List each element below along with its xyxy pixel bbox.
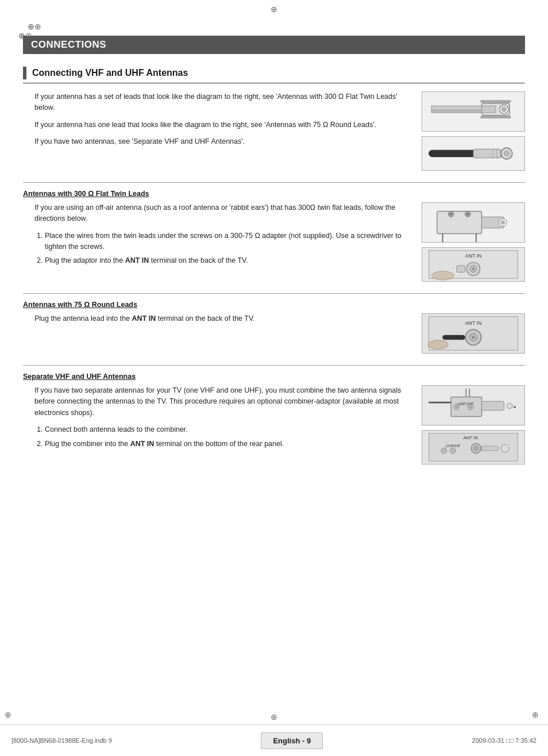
footer: [8000-NA]BN68-01988E-Eng.indb 9 English … xyxy=(0,724,548,756)
ant-in-bold-3: ANT IN xyxy=(130,440,155,448)
flat-twin-diagrams: ANT IN xyxy=(422,202,525,282)
flat-twin-body: If you are using an off-air antenna (suc… xyxy=(34,202,410,225)
svg-point-57 xyxy=(474,446,478,451)
intro-section: If your antenna has a set of leads that … xyxy=(23,91,525,171)
flat-twin-heading: Antennas with 300 Ω Flat Twin Leads xyxy=(23,190,525,198)
separate-steps: Connect both antenna leads to the combin… xyxy=(45,424,410,450)
flat-twin-step-1: Place the wires from the twin leads unde… xyxy=(45,231,410,252)
svg-point-52 xyxy=(507,403,512,409)
ant-in-bold-1: ANT IN xyxy=(125,256,149,264)
svg-point-63 xyxy=(501,444,509,452)
svg-text:◄: ◄ xyxy=(512,405,516,409)
diagram-flat-twin-intro xyxy=(422,91,525,132)
svg-point-33 xyxy=(432,271,454,280)
separator-3 xyxy=(23,365,525,366)
separate-section: Separate VHF and UHF Antennas If you hav… xyxy=(23,373,525,465)
flat-twin-content: If you are using an off-air antenna (suc… xyxy=(23,202,525,282)
ant-in-bold-2: ANT IN xyxy=(132,314,156,323)
sub-section-heading: Connecting VHF and UHF Antennas xyxy=(23,67,525,83)
svg-rect-6 xyxy=(481,101,511,103)
svg-point-26 xyxy=(501,221,505,224)
flat-twin-step-2: Plug the adaptor into the ANT IN termina… xyxy=(45,255,410,266)
svg-point-44 xyxy=(456,406,458,408)
svg-rect-62 xyxy=(482,446,499,451)
separate-step-2: Plug the combiner into the ANT IN termin… xyxy=(45,439,410,450)
diagram-ant-in-1: ANT IN xyxy=(422,247,525,282)
svg-rect-39 xyxy=(443,335,465,340)
corner-mark-bl: ⊕ xyxy=(5,710,16,722)
footer-left: [8000-NA]BN68-01988E-Eng.indb 9 xyxy=(11,737,112,744)
corner-mark-tl: ⊕ xyxy=(28,22,37,31)
svg-text:ANT IN: ANT IN xyxy=(465,320,481,326)
separate-content: If you have two separate antennas for yo… xyxy=(23,385,525,465)
separator-2 xyxy=(23,293,525,294)
svg-point-59 xyxy=(441,448,447,454)
separate-diagrams: UHF VHF xyxy=(422,385,525,465)
svg-point-40 xyxy=(428,340,448,350)
round-diagrams: ANT IN xyxy=(422,313,525,354)
svg-point-31 xyxy=(472,268,474,270)
round-heading: Antennas with 75 Ω Round Leads xyxy=(23,301,525,309)
separate-heading: Separate VHF and UHF Antennas xyxy=(23,373,525,381)
page-container: ⊕ ⊕ ⊕ CONNECTIONS Connecting VHF and UHF… xyxy=(0,0,548,756)
top-center-mark: ⊕ xyxy=(271,5,277,14)
footer-center: English - 9 xyxy=(261,732,323,749)
intro-text-col: If your antenna has a set of leads that … xyxy=(23,91,410,171)
bottom-center-mark: ⊕ xyxy=(271,712,277,722)
round-content: Plug the antenna lead into the ANT IN te… xyxy=(23,313,525,354)
svg-point-38 xyxy=(472,336,475,339)
diagram-combiner: UHF VHF xyxy=(422,385,525,425)
diagram-ant-in-2: ANT IN xyxy=(422,313,525,354)
svg-point-47 xyxy=(469,406,472,408)
round-body: Plug the antenna lead into the ANT IN te… xyxy=(34,313,410,324)
svg-rect-9 xyxy=(473,149,501,158)
footer-right: 2009-03-31 □□ 7:35:42 xyxy=(472,737,537,744)
svg-point-61 xyxy=(450,448,456,454)
section-title: CONNECTIONS xyxy=(23,36,525,54)
corner-mark-tr: ⊕ xyxy=(18,31,28,40)
svg-point-5 xyxy=(502,107,507,112)
svg-text:VHF: VHF xyxy=(453,444,461,448)
diagram-adapter xyxy=(422,202,525,243)
heading-bar xyxy=(23,67,26,79)
flat-twin-steps: Place the wires from the twin leads unde… xyxy=(45,231,410,266)
separate-step-1: Connect both antenna leads to the combin… xyxy=(45,424,410,435)
svg-rect-32 xyxy=(457,266,465,273)
intro-diagrams xyxy=(422,91,525,171)
intro-flat-twin-text: If your antenna has a set of leads that … xyxy=(34,91,410,114)
flat-twin-section: Antennas with 300 Ω Flat Twin Leads If y… xyxy=(23,190,525,282)
separate-body: If you have two separate antennas for yo… xyxy=(34,385,410,419)
round-text-col: Plug the antenna lead into the ANT IN te… xyxy=(23,313,410,354)
svg-point-11 xyxy=(504,151,510,156)
svg-text:ANT IN: ANT IN xyxy=(465,253,481,259)
svg-text:ANT IN: ANT IN xyxy=(464,435,478,440)
svg-rect-1 xyxy=(431,110,481,113)
diagram-round-intro xyxy=(422,136,525,171)
sub-section-title: Connecting VHF and UHF Antennas xyxy=(32,68,188,78)
intro-round-text: If your antenna has one lead that looks … xyxy=(34,120,410,131)
svg-rect-51 xyxy=(482,401,504,410)
intro-separate-text: If you have two antennas, see 'Separate … xyxy=(34,136,410,147)
svg-rect-7 xyxy=(481,116,511,118)
svg-rect-15 xyxy=(437,212,482,234)
corner-mark-br: ⊕ xyxy=(532,710,543,722)
separator-1 xyxy=(23,182,525,183)
diagram-ant-in-combiner: ANT IN UHF VHF xyxy=(422,430,525,465)
separate-text-col: If you have two separate antennas for yo… xyxy=(23,385,410,465)
round-section: Antennas with 75 Ω Round Leads Plug the … xyxy=(23,301,525,354)
svg-rect-3 xyxy=(482,106,496,113)
flat-twin-text-col: If you are using an off-air antenna (suc… xyxy=(23,202,410,282)
